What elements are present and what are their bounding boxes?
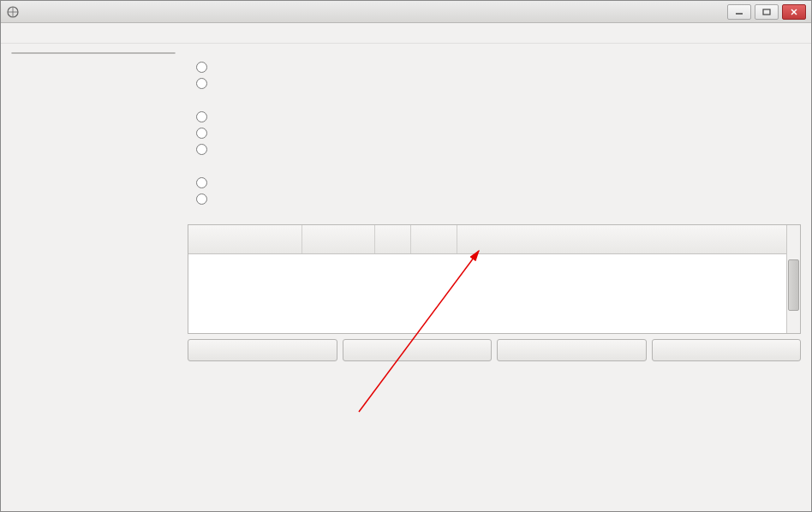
svg-rect-2: [763, 9, 770, 15]
scrollbar-thumb[interactable]: [788, 259, 799, 311]
delete-button[interactable]: [497, 339, 647, 361]
partition-table: [188, 224, 801, 334]
close-button[interactable]: [782, 4, 806, 20]
minimize-button[interactable]: [727, 4, 751, 20]
window: [0, 0, 812, 512]
col-size[interactable]: [457, 225, 786, 253]
button-row: [188, 339, 801, 361]
radio-icon: [196, 111, 207, 122]
sidebar: [11, 52, 176, 54]
main-panel: [188, 52, 801, 501]
raid-button[interactable]: [652, 339, 802, 361]
table-body: [188, 254, 786, 333]
maximize-button[interactable]: [755, 4, 779, 20]
radio-icon: [196, 177, 207, 188]
titlebar[interactable]: [1, 1, 811, 23]
radio-icon: [196, 62, 207, 73]
col-type[interactable]: [375, 225, 411, 253]
radio-icon: [196, 144, 207, 155]
edit-button[interactable]: [343, 339, 493, 361]
part-preserve-option[interactable]: [196, 144, 801, 155]
part-remove-linux-option[interactable]: [196, 128, 801, 139]
scrollbar[interactable]: [786, 225, 800, 333]
col-mount[interactable]: [302, 225, 375, 253]
disklabel-init-option[interactable]: [196, 177, 801, 188]
disklabel-noinit-option[interactable]: [196, 193, 801, 205]
col-device[interactable]: [188, 225, 302, 253]
mbr-clear-option[interactable]: [196, 62, 801, 73]
menubar: [1, 23, 811, 44]
table-header: [188, 225, 786, 254]
mbr-noclear-option[interactable]: [196, 78, 801, 89]
app-icon: [6, 5, 20, 19]
add-button[interactable]: [188, 339, 337, 361]
col-format[interactable]: [411, 225, 457, 253]
part-remove-all-option[interactable]: [196, 111, 801, 122]
radio-icon: [196, 128, 207, 139]
window-buttons: [727, 4, 806, 20]
radio-icon: [196, 78, 207, 89]
body: [1, 44, 811, 511]
radio-icon: [196, 193, 207, 205]
